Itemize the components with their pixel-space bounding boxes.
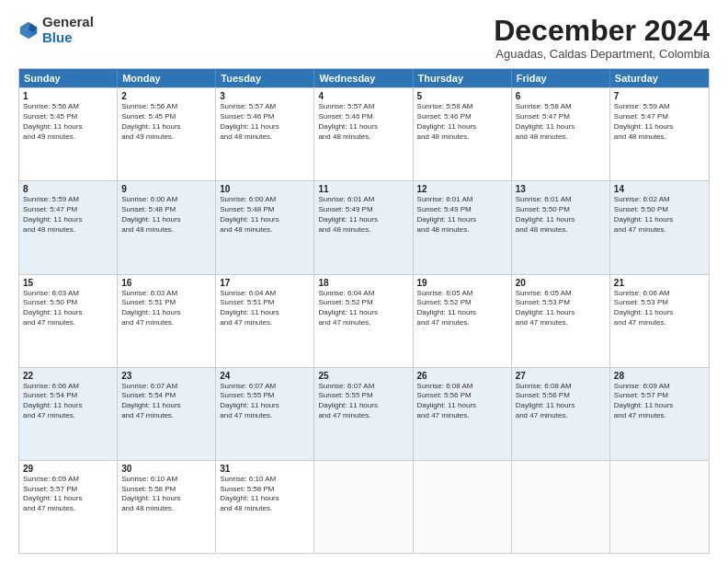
header-day-wednesday: Wednesday xyxy=(314,69,413,87)
day-number: 1 xyxy=(23,91,113,101)
day-number: 18 xyxy=(318,278,408,288)
day-number: 19 xyxy=(417,278,507,288)
day-info: Sunrise: 6:07 AM Sunset: 5:55 PM Dayligh… xyxy=(318,382,408,421)
day-cell-7: 7Sunrise: 5:59 AM Sunset: 5:47 PM Daylig… xyxy=(610,88,709,180)
day-cell-22: 22Sunrise: 6:06 AM Sunset: 5:54 PM Dayli… xyxy=(19,368,118,460)
day-number: 10 xyxy=(220,184,310,194)
day-cell-empty xyxy=(314,461,413,553)
day-cell-9: 9Sunrise: 6:00 AM Sunset: 5:48 PM Daylig… xyxy=(118,181,216,273)
header-day-tuesday: Tuesday xyxy=(216,69,314,87)
day-info: Sunrise: 6:06 AM Sunset: 5:54 PM Dayligh… xyxy=(23,382,113,421)
day-number: 27 xyxy=(516,371,606,381)
day-info: Sunrise: 6:01 AM Sunset: 5:49 PM Dayligh… xyxy=(417,195,507,235)
day-cell-11: 11Sunrise: 6:01 AM Sunset: 5:49 PM Dayli… xyxy=(314,181,413,273)
day-number: 13 xyxy=(516,184,606,194)
day-info: Sunrise: 6:09 AM Sunset: 5:57 PM Dayligh… xyxy=(614,382,705,421)
day-cell-12: 12Sunrise: 6:01 AM Sunset: 5:49 PM Dayli… xyxy=(414,181,512,273)
day-number: 30 xyxy=(121,464,211,474)
day-cell-6: 6Sunrise: 5:58 AM Sunset: 5:47 PM Daylig… xyxy=(512,88,610,180)
day-number: 11 xyxy=(318,184,408,194)
day-cell-29: 29Sunrise: 6:09 AM Sunset: 5:57 PM Dayli… xyxy=(19,461,118,553)
day-info: Sunrise: 5:57 AM Sunset: 5:46 PM Dayligh… xyxy=(318,102,408,142)
day-cell-empty xyxy=(610,461,709,553)
day-info: Sunrise: 6:02 AM Sunset: 5:50 PM Dayligh… xyxy=(614,195,705,235)
title-block: December 2024 Aguadas, Caldas Department… xyxy=(494,15,710,61)
logo-icon xyxy=(18,20,39,40)
day-cell-3: 3Sunrise: 5:57 AM Sunset: 5:46 PM Daylig… xyxy=(216,88,314,180)
day-number: 17 xyxy=(220,278,310,288)
day-info: Sunrise: 6:01 AM Sunset: 5:50 PM Dayligh… xyxy=(516,195,606,235)
day-number: 12 xyxy=(417,184,507,194)
day-cell-empty xyxy=(512,461,610,553)
day-cell-31: 31Sunrise: 6:10 AM Sunset: 5:58 PM Dayli… xyxy=(216,461,314,553)
day-cell-10: 10Sunrise: 6:00 AM Sunset: 5:48 PM Dayli… xyxy=(216,181,314,273)
day-cell-18: 18Sunrise: 6:04 AM Sunset: 5:52 PM Dayli… xyxy=(314,275,413,367)
logo-blue: Blue xyxy=(42,30,94,46)
day-info: Sunrise: 6:03 AM Sunset: 5:51 PM Dayligh… xyxy=(121,289,211,328)
calendar: SundayMondayTuesdayWednesdayThursdayFrid… xyxy=(18,68,710,554)
day-number: 4 xyxy=(318,91,408,101)
calendar-header: SundayMondayTuesdayWednesdayThursdayFrid… xyxy=(19,69,709,87)
day-number: 7 xyxy=(614,91,705,101)
day-info: Sunrise: 6:10 AM Sunset: 5:58 PM Dayligh… xyxy=(121,475,211,514)
day-cell-17: 17Sunrise: 6:04 AM Sunset: 5:51 PM Dayli… xyxy=(216,275,314,367)
day-info: Sunrise: 6:09 AM Sunset: 5:57 PM Dayligh… xyxy=(23,475,113,514)
day-cell-23: 23Sunrise: 6:07 AM Sunset: 5:54 PM Dayli… xyxy=(118,368,216,460)
day-number: 3 xyxy=(220,91,310,101)
day-info: Sunrise: 6:08 AM Sunset: 5:56 PM Dayligh… xyxy=(417,382,507,421)
calendar-body: 1Sunrise: 5:56 AM Sunset: 5:45 PM Daylig… xyxy=(19,87,709,553)
day-cell-26: 26Sunrise: 6:08 AM Sunset: 5:56 PM Dayli… xyxy=(414,368,512,460)
day-number: 15 xyxy=(23,278,113,288)
day-info: Sunrise: 5:59 AM Sunset: 5:47 PM Dayligh… xyxy=(23,195,113,235)
header-day-friday: Friday xyxy=(512,69,610,87)
day-number: 28 xyxy=(614,371,705,381)
day-number: 24 xyxy=(220,371,310,381)
day-cell-20: 20Sunrise: 6:05 AM Sunset: 5:53 PM Dayli… xyxy=(512,275,610,367)
day-number: 31 xyxy=(220,464,310,474)
page: General Blue December 2024 Aguadas, Cald… xyxy=(0,0,728,563)
day-number: 16 xyxy=(121,278,211,288)
week-row-4: 22Sunrise: 6:06 AM Sunset: 5:54 PM Dayli… xyxy=(19,367,709,460)
month-title: December 2024 xyxy=(494,15,710,47)
day-cell-4: 4Sunrise: 5:57 AM Sunset: 5:46 PM Daylig… xyxy=(314,88,413,180)
day-cell-27: 27Sunrise: 6:08 AM Sunset: 5:56 PM Dayli… xyxy=(512,368,610,460)
day-info: Sunrise: 6:10 AM Sunset: 5:58 PM Dayligh… xyxy=(220,475,310,514)
day-number: 21 xyxy=(614,278,705,288)
day-cell-2: 2Sunrise: 5:56 AM Sunset: 5:45 PM Daylig… xyxy=(118,88,216,180)
week-row-1: 1Sunrise: 5:56 AM Sunset: 5:45 PM Daylig… xyxy=(19,87,709,180)
day-number: 8 xyxy=(23,184,113,194)
day-number: 25 xyxy=(318,371,408,381)
subtitle: Aguadas, Caldas Department, Colombia xyxy=(494,47,710,61)
day-cell-8: 8Sunrise: 5:59 AM Sunset: 5:47 PM Daylig… xyxy=(19,181,118,273)
day-cell-24: 24Sunrise: 6:07 AM Sunset: 5:55 PM Dayli… xyxy=(216,368,314,460)
day-number: 2 xyxy=(121,91,211,101)
day-info: Sunrise: 6:06 AM Sunset: 5:53 PM Dayligh… xyxy=(614,289,705,328)
day-info: Sunrise: 6:05 AM Sunset: 5:53 PM Dayligh… xyxy=(516,289,606,328)
day-info: Sunrise: 5:56 AM Sunset: 5:45 PM Dayligh… xyxy=(121,102,211,142)
logo: General Blue xyxy=(18,15,94,45)
day-cell-13: 13Sunrise: 6:01 AM Sunset: 5:50 PM Dayli… xyxy=(512,181,610,273)
day-cell-15: 15Sunrise: 6:03 AM Sunset: 5:50 PM Dayli… xyxy=(19,275,118,367)
day-number: 23 xyxy=(121,371,211,381)
week-row-5: 29Sunrise: 6:09 AM Sunset: 5:57 PM Dayli… xyxy=(19,460,709,553)
header-day-sunday: Sunday xyxy=(19,69,118,87)
day-info: Sunrise: 5:58 AM Sunset: 5:46 PM Dayligh… xyxy=(417,102,507,142)
day-info: Sunrise: 5:59 AM Sunset: 5:47 PM Dayligh… xyxy=(614,102,705,142)
header-day-thursday: Thursday xyxy=(414,69,512,87)
day-cell-empty xyxy=(414,461,512,553)
day-cell-5: 5Sunrise: 5:58 AM Sunset: 5:46 PM Daylig… xyxy=(414,88,512,180)
day-cell-14: 14Sunrise: 6:02 AM Sunset: 5:50 PM Dayli… xyxy=(610,181,709,273)
day-cell-21: 21Sunrise: 6:06 AM Sunset: 5:53 PM Dayli… xyxy=(610,275,709,367)
day-number: 29 xyxy=(23,464,113,474)
day-info: Sunrise: 6:07 AM Sunset: 5:54 PM Dayligh… xyxy=(121,382,211,421)
day-info: Sunrise: 6:00 AM Sunset: 5:48 PM Dayligh… xyxy=(220,195,310,235)
day-cell-16: 16Sunrise: 6:03 AM Sunset: 5:51 PM Dayli… xyxy=(118,275,216,367)
day-cell-19: 19Sunrise: 6:05 AM Sunset: 5:52 PM Dayli… xyxy=(414,275,512,367)
day-cell-30: 30Sunrise: 6:10 AM Sunset: 5:58 PM Dayli… xyxy=(118,461,216,553)
day-cell-25: 25Sunrise: 6:07 AM Sunset: 5:55 PM Dayli… xyxy=(314,368,413,460)
day-info: Sunrise: 6:08 AM Sunset: 5:56 PM Dayligh… xyxy=(516,382,606,421)
week-row-2: 8Sunrise: 5:59 AM Sunset: 5:47 PM Daylig… xyxy=(19,180,709,273)
day-info: Sunrise: 6:07 AM Sunset: 5:55 PM Dayligh… xyxy=(220,382,310,421)
day-info: Sunrise: 6:01 AM Sunset: 5:49 PM Dayligh… xyxy=(318,195,408,235)
logo-general: General xyxy=(42,15,94,30)
